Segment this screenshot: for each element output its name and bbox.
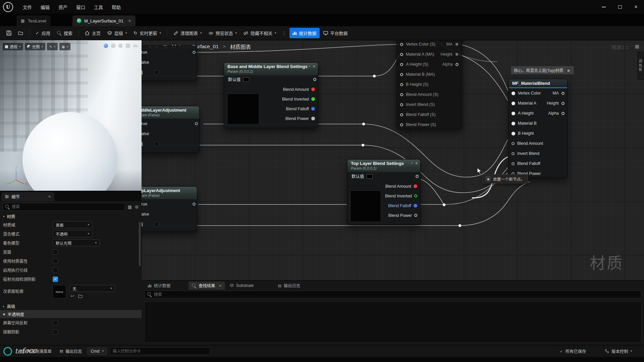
preview-sphere-button[interactable]: [118, 44, 123, 48]
output-pin-green[interactable]: [311, 97, 315, 101]
output-pin-gray[interactable]: [311, 117, 315, 120]
output-pin[interactable]: [193, 203, 196, 206]
maximize-button[interactable]: [612, 0, 628, 14]
save-button[interactable]: [3, 28, 14, 38]
node-middle-layer-adjustment[interactable]: MiddleLayerAdjustment Param (False) True…: [142, 106, 200, 153]
section-material[interactable]: ▾材质: [0, 213, 142, 220]
node-top-layer-adjustment[interactable]: TopLayerAdjustment Param (False) True Fa…: [142, 186, 197, 232]
node-header[interactable]: Top Layer Blend Settings Param (0,0,0,1)…: [347, 160, 420, 172]
cmd-dropdown[interactable]: Cmd ▾: [87, 348, 107, 355]
preview-viewport[interactable]: 透视▾ 光照▾ ✎▾ ▦▾ Z Y X: [0, 40, 142, 191]
output-pin[interactable]: [561, 102, 565, 105]
details-search-box[interactable]: [3, 203, 125, 211]
output-pin[interactable]: [455, 63, 459, 66]
node-base-middle-blend[interactable]: Base and Middle Layer Blend Settings Par…: [224, 62, 318, 128]
input-pin[interactable]: [512, 152, 515, 155]
preview-cube-button[interactable]: [126, 44, 130, 48]
tab-output-log[interactable]: ▤输出日志: [274, 282, 304, 290]
overflow-menu-icon[interactable]: ⋮: [280, 31, 289, 36]
all-saved-button[interactable]: ✓ 所有已保存: [557, 347, 589, 356]
preview-cylinder-button[interactable]: [111, 44, 115, 48]
perspective-dropdown[interactable]: 透视▾: [3, 43, 23, 50]
tab-substrate[interactable]: Substrate: [226, 282, 257, 290]
section-advanced[interactable]: ▸高级: [0, 302, 142, 310]
preview-state-button[interactable]: 预览状态▾: [206, 28, 240, 38]
input-pin[interactable]: [400, 93, 403, 96]
output-pin-blue[interactable]: [414, 204, 417, 207]
node-top-layer-blend[interactable]: Top Layer Blend Settings Param (0,0,0,1)…: [347, 159, 421, 225]
output-pin[interactable]: [455, 53, 459, 56]
home-button[interactable]: 主页: [82, 28, 104, 38]
expose-toggle-icon[interactable]: ○: [411, 161, 413, 165]
node-mf-materialblend[interactable]: MF_MaterialBlend Vertex ColorMA Material…: [508, 79, 568, 178]
subsurface-profile-thumbnail[interactable]: None: [53, 285, 66, 298]
browse-button[interactable]: [15, 29, 26, 38]
tab-material-asset[interactable]: M_LayerSurface_01 ✕: [72, 15, 136, 26]
use-material-attrs-checkbox[interactable]: [53, 258, 58, 264]
details-close-icon[interactable]: ✕: [48, 195, 51, 198]
input-pin[interactable]: [400, 43, 403, 46]
preview-sphere-lit-button[interactable]: [104, 44, 108, 48]
value-checkbox[interactable]: [154, 70, 159, 75]
input-pin[interactable]: [400, 83, 403, 86]
details-search-input[interactable]: [12, 204, 122, 209]
output-pin-green[interactable]: [414, 194, 417, 197]
revision-control-button[interactable]: 版本控制 ▾: [602, 347, 635, 356]
preview-plane-button[interactable]: [133, 45, 138, 47]
input-pin[interactable]: [512, 162, 515, 165]
output-pin[interactable]: [561, 92, 565, 95]
menu-tools[interactable]: 工具: [90, 2, 107, 12]
value-checkbox[interactable]: [154, 222, 159, 227]
display-options-icon[interactable]: ▦: [128, 204, 132, 209]
find-results-search-input[interactable]: [154, 292, 638, 297]
breadcrumb-page[interactable]: 材质图表: [230, 43, 251, 50]
content-drawer-button[interactable]: 内容侧滑菜单: [17, 347, 54, 356]
input-pin[interactable]: [400, 73, 403, 76]
menu-file[interactable]: 文件: [18, 2, 36, 12]
output-pin-red[interactable]: [311, 87, 315, 91]
input-pin[interactable]: [512, 142, 515, 145]
blend-mode-select[interactable]: 不透明▾: [53, 230, 92, 237]
menu-asset[interactable]: 资产: [54, 2, 72, 12]
node-comment[interactable]: 核心，再混合上层(Top)材质 ▦: [511, 66, 574, 75]
value-checkbox[interactable]: [154, 141, 159, 146]
node-header[interactable]: MF_MaterialBlend: [509, 79, 567, 88]
hide-unrelated-button[interactable]: 隐藏不相关▾: [240, 28, 279, 38]
tab-stats[interactable]: 统计数据: [144, 282, 174, 290]
input-pin[interactable]: [512, 102, 515, 105]
clean-graph-button[interactable]: 清理图表▾: [170, 28, 205, 38]
output-pin-gray[interactable]: [414, 214, 417, 217]
node-clipped-switch[interactable]: True False 值: [142, 46, 197, 80]
color-swatch[interactable]: [243, 77, 249, 82]
hierarchy-button[interactable]: 层级▾: [104, 28, 130, 38]
details-scrollbar[interactable]: [139, 222, 141, 266]
platform-stats-button[interactable]: 平台数据: [320, 28, 351, 38]
cast-raytraced-shadow-checkbox[interactable]: [53, 277, 58, 282]
node-pin-list[interactable]: Vertex Color (S)MA Material A (MA)Height…: [396, 40, 462, 129]
input-pin[interactable]: [512, 112, 515, 115]
output-pin-red[interactable]: [414, 184, 417, 188]
console-input[interactable]: [113, 349, 207, 354]
search-button[interactable]: 搜索: [54, 28, 75, 38]
node-header[interactable]: MiddleLayerAdjustment Param (False): [142, 106, 199, 119]
menu-edit[interactable]: 编辑: [36, 2, 54, 12]
two-sided-checkbox[interactable]: [53, 249, 58, 255]
output-pin[interactable]: [561, 112, 565, 115]
gear-icon[interactable]: [135, 205, 139, 209]
menu-help[interactable]: 帮助: [107, 2, 125, 12]
input-pin[interactable]: [512, 92, 515, 95]
output-pin-blue[interactable]: [311, 107, 315, 111]
stats-button[interactable]: 统计数据: [289, 28, 320, 38]
tab-find-results[interactable]: 查找结果✕: [189, 282, 225, 290]
console-input-box[interactable]: [110, 347, 210, 355]
enable-exec-wire-checkbox[interactable]: [53, 267, 58, 273]
output-pin[interactable]: [313, 78, 316, 81]
browse-asset-icon[interactable]: [78, 294, 83, 298]
use-selected-icon[interactable]: ↩: [71, 294, 74, 298]
details-tab[interactable]: 细节 ✕: [1, 192, 54, 201]
contact-shadow-checkbox[interactable]: [53, 329, 58, 335]
input-pin[interactable]: [400, 123, 403, 126]
input-pin[interactable]: [400, 103, 403, 106]
minimize-button[interactable]: [596, 0, 612, 14]
find-results-search-box[interactable]: [144, 291, 641, 298]
